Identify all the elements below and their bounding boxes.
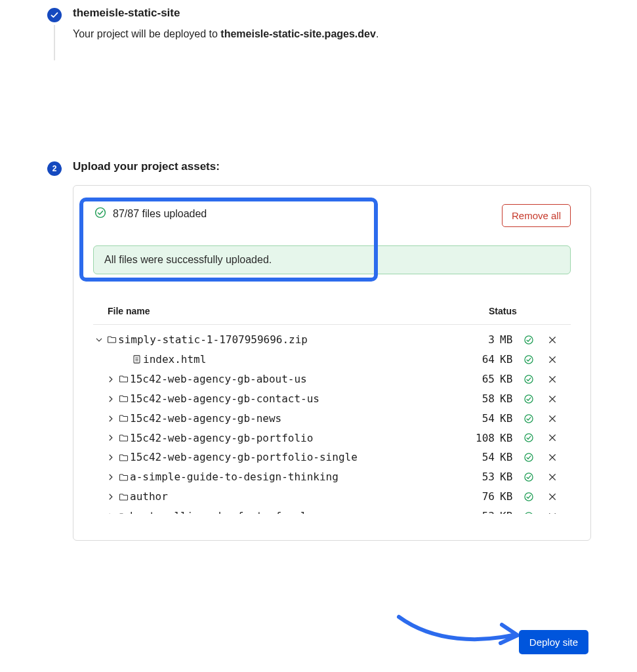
remove-file-icon[interactable]: [541, 395, 564, 403]
file-row: index.html64KB: [93, 350, 571, 369]
status-check-icon: [517, 374, 541, 385]
svg-point-12: [525, 473, 533, 481]
file-name: 15c42-web-agency-gb-about-us: [130, 371, 450, 388]
remove-file-icon[interactable]: [541, 415, 564, 423]
file-name: author: [130, 488, 450, 505]
remove-file-icon[interactable]: [541, 434, 564, 442]
step-connector-line: [54, 25, 55, 60]
project-name-title: themeisle-static-site: [73, 7, 637, 20]
project-deploy-description: Your project will be deployed to themeis…: [73, 26, 637, 42]
upload-title: Upload your project assets:: [73, 160, 637, 173]
folder-icon: [117, 433, 130, 443]
svg-point-9: [525, 414, 533, 422]
chevron-right-icon[interactable]: [105, 473, 117, 481]
file-size: 76: [450, 488, 500, 505]
folder-icon: [117, 492, 130, 502]
file-icon: [130, 354, 143, 364]
file-size: 65: [450, 371, 500, 388]
file-row: 15c42-web-agency-gb-news54KB: [93, 409, 571, 429]
chevron-right-icon[interactable]: [105, 453, 117, 461]
chevron-right-icon[interactable]: [105, 493, 117, 501]
file-size: 53: [450, 469, 500, 486]
svg-point-7: [525, 375, 533, 383]
file-name: a-simple-guide-to-design-thinking: [130, 469, 450, 486]
remove-file-icon[interactable]: [541, 453, 564, 461]
step1-marker-check-icon: [47, 8, 62, 22]
status-check-icon: [517, 335, 541, 345]
svg-point-8: [525, 395, 533, 403]
file-name: simply-static-1-1707959696.zip: [118, 331, 450, 348]
file-row: a-simple-guide-to-design-thinking53KB: [93, 467, 571, 487]
file-size: 53: [450, 508, 500, 514]
step-project: themeisle-static-site Your project will …: [47, 7, 637, 55]
file-size-unit: KB: [500, 351, 517, 368]
svg-point-11: [525, 453, 533, 461]
file-size-unit: KB: [500, 430, 517, 447]
remove-all-button[interactable]: Remove all: [502, 204, 571, 227]
svg-point-10: [525, 434, 533, 442]
desc-post: .: [376, 28, 379, 39]
file-name: index.html: [143, 351, 450, 368]
file-size: 58: [450, 390, 500, 408]
folder-icon: [105, 335, 118, 345]
folder-icon: [117, 453, 130, 463]
file-row: 15c42-web-agency-gb-portfolio108KB: [93, 429, 571, 448]
remove-file-icon[interactable]: [541, 375, 564, 383]
col-header-status: Status: [482, 306, 571, 316]
svg-point-14: [525, 513, 533, 514]
file-size-unit: KB: [500, 508, 517, 514]
file-row: simply-static-1-1707959696.zip3MB: [93, 330, 571, 350]
file-list: simply-static-1-1707959696.zip3MBindex.h…: [93, 330, 571, 514]
chevron-right-icon[interactable]: [105, 395, 117, 403]
folder-icon: [117, 394, 130, 404]
chevron-right-icon[interactable]: [105, 513, 117, 514]
file-size-unit: KB: [500, 449, 517, 466]
remove-file-icon[interactable]: [541, 493, 564, 501]
folder-icon: [117, 512, 130, 514]
status-check-icon: [517, 511, 541, 514]
remove-file-icon[interactable]: [541, 356, 564, 364]
file-name: 15c42-web-agency-gb-news: [130, 410, 450, 427]
folder-icon: [117, 374, 130, 384]
svg-point-6: [525, 356, 533, 364]
file-name: 15c42-web-agency-gb-portfolio-single: [130, 449, 450, 466]
status-check-icon: [517, 432, 541, 443]
file-size-unit: KB: [500, 410, 517, 427]
file-table: File name Status simply-static-1-1707959…: [93, 306, 571, 514]
chevron-right-icon[interactable]: [105, 375, 117, 383]
file-size-unit: KB: [500, 488, 517, 505]
success-banner: All files were successfully uploaded.: [93, 245, 571, 274]
remove-file-icon[interactable]: [541, 473, 564, 481]
file-row: 15c42-web-agency-gb-portfolio-single54KB: [93, 448, 571, 467]
chevron-right-icon[interactable]: [105, 415, 117, 423]
step2-marker: 2: [47, 161, 62, 176]
file-size: 54: [450, 449, 500, 466]
file-row: best-calligraphy-fonts-for-logos53KB: [93, 507, 571, 514]
folder-icon: [117, 472, 130, 482]
upload-count-text: 87/87 files uploaded: [113, 208, 207, 220]
file-row: 15c42-web-agency-gb-about-us65KB: [93, 369, 571, 389]
status-check-icon: [517, 394, 541, 404]
file-row: author76KB: [93, 487, 571, 507]
file-size-unit: MB: [500, 331, 517, 348]
file-row: 15c42-web-agency-gb-contact-us58KB: [93, 389, 571, 409]
chevron-down-icon[interactable]: [93, 336, 105, 344]
chevron-right-icon[interactable]: [105, 434, 117, 442]
svg-point-0: [96, 208, 106, 218]
status-check-icon: [517, 492, 541, 502]
svg-point-1: [525, 336, 533, 344]
upload-status: 87/87 files uploaded: [93, 204, 207, 222]
folder-icon: [117, 413, 130, 423]
upload-panel: 87/87 files uploaded Remove all All file…: [73, 185, 591, 541]
remove-file-icon[interactable]: [541, 513, 564, 514]
status-check-icon: [517, 413, 541, 424]
file-name: best-calligraphy-fonts-for-logos: [130, 508, 450, 514]
svg-point-13: [525, 493, 533, 501]
file-size: 54: [450, 410, 500, 427]
deploy-domain: themeisle-static-site.pages.dev: [220, 28, 376, 39]
remove-file-icon[interactable]: [541, 336, 564, 344]
status-check-icon: [517, 452, 541, 463]
file-size-unit: KB: [500, 469, 517, 486]
check-circle-icon: [94, 207, 106, 221]
desc-pre: Your project will be deployed to: [73, 28, 220, 39]
